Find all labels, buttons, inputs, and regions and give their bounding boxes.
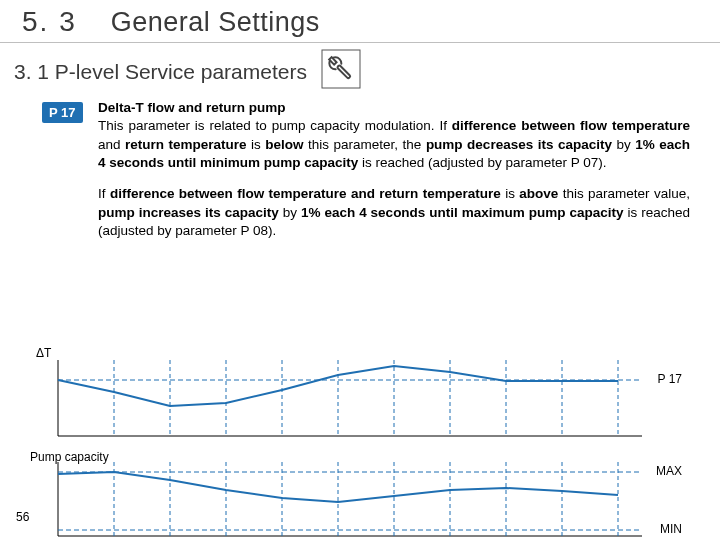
chart2-max-label: MAX	[656, 464, 682, 478]
svg-rect-0	[322, 50, 360, 88]
divider	[0, 42, 720, 43]
parameter-badge: P 17	[42, 102, 83, 123]
section-title: General Settings	[111, 7, 320, 38]
chart2-min-label: MIN	[660, 522, 682, 536]
document-page: 5. 3 General Settings 3. 1 P-level Servi…	[0, 0, 720, 540]
parameter-badge-label: P 17	[49, 105, 76, 120]
parameter-title: Delta-T flow and return pump	[98, 100, 690, 115]
pump-capacity-chart-svg	[30, 454, 690, 540]
section-header: 5. 3 General Settings	[0, 0, 720, 38]
paragraph-2: If difference between flow temperature a…	[98, 185, 690, 241]
delta-t-chart: ΔT P 17	[30, 350, 690, 440]
wrench-icon	[321, 49, 361, 94]
paragraph-1: This parameter is related to pump capaci…	[98, 117, 690, 173]
chart2-ylabel: Pump capacity	[30, 450, 109, 464]
page-number: 56	[16, 510, 29, 524]
chart1-ylabel: ΔT	[36, 346, 51, 360]
pump-capacity-chart: Pump capacity	[30, 454, 690, 540]
svg-rect-2	[337, 65, 351, 79]
subsection-header: 3. 1 P-level Service parameters	[0, 49, 720, 94]
subsection-title: 3. 1 P-level Service parameters	[14, 60, 307, 84]
chart1-rightlabel: P 17	[658, 372, 682, 386]
body: P 17 Delta-T flow and return pump This p…	[0, 94, 720, 241]
delta-t-chart-svg	[30, 350, 690, 440]
section-number: 5. 3	[22, 6, 77, 38]
